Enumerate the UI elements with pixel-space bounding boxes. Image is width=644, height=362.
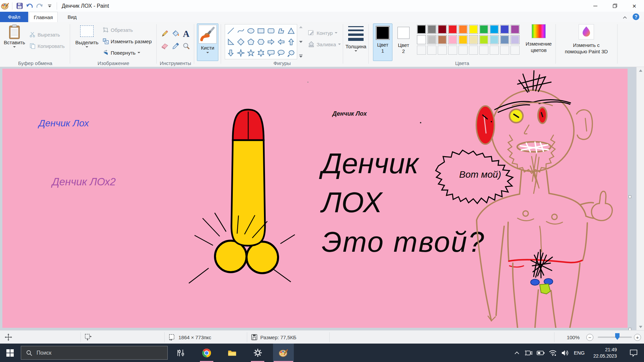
pencil-tool[interactable]	[161, 29, 169, 39]
select-dropdown-arrow[interactable]	[86, 46, 88, 48]
chrome-taskbar-button[interactable]	[197, 344, 217, 362]
zoom-out-button[interactable]: −	[586, 330, 593, 344]
magnifier-tool[interactable]	[182, 42, 190, 51]
paste-button[interactable]: Вставить	[4, 24, 25, 48]
palette-swatch-empty[interactable]	[438, 46, 447, 55]
text-tool[interactable]: А	[183, 29, 190, 39]
restore-button[interactable]	[605, 0, 625, 12]
start-button[interactable]	[0, 344, 20, 362]
eraser-tool[interactable]	[161, 42, 169, 51]
brushes-button[interactable]: Кисти	[197, 23, 218, 61]
palette-swatch-empty[interactable]	[500, 46, 509, 55]
scroll-up-arrow[interactable]	[637, 67, 644, 74]
tab-file[interactable]: Файл	[0, 12, 28, 22]
minimize-button[interactable]	[586, 0, 605, 12]
palette-swatch[interactable]	[479, 35, 488, 44]
drawing-canvas[interactable]: Денчик Лох Денчик ЛОх2 Денчик Лох Денчик…	[2, 69, 628, 328]
shape-polygon[interactable]	[276, 25, 286, 36]
shape-right-triangle[interactable]	[226, 36, 236, 47]
palette-swatch[interactable]	[417, 35, 426, 44]
language-indicator[interactable]: ENG	[572, 344, 587, 362]
palette-swatch[interactable]	[448, 25, 457, 34]
collapse-ribbon-button[interactable]	[623, 14, 627, 20]
palette-swatch-empty[interactable]	[479, 46, 488, 55]
palette-swatch[interactable]	[500, 35, 509, 44]
shape-arrow-down[interactable]	[226, 47, 236, 58]
palette-swatch[interactable]	[427, 35, 436, 44]
shape-rounded-rectangle[interactable]	[266, 25, 276, 36]
palette-swatch[interactable]	[500, 25, 509, 34]
palette-swatch-empty[interactable]	[459, 46, 468, 55]
shape-star-4[interactable]	[236, 47, 246, 58]
shape-callout-rounded[interactable]	[266, 47, 276, 58]
thickness-dropdown-arrow[interactable]	[355, 50, 357, 52]
clock[interactable]: 21:49 22.05.2023	[587, 344, 623, 362]
zoom-slider-track[interactable]	[598, 337, 632, 338]
shape-ellipse[interactable]	[246, 25, 256, 36]
shape-callout-oval[interactable]	[276, 47, 286, 58]
palette-swatch[interactable]	[417, 25, 426, 34]
palette-swatch[interactable]	[438, 35, 447, 44]
shape-line[interactable]	[226, 25, 236, 36]
palette-swatch-empty[interactable]	[448, 46, 457, 55]
palette-swatch-empty[interactable]	[417, 46, 426, 55]
edit-colors-button[interactable]: Изменение цветов	[523, 24, 554, 54]
shape-callout-cloud[interactable]	[286, 47, 296, 58]
palette-swatch[interactable]	[490, 35, 499, 44]
paste-dropdown-arrow[interactable]	[13, 46, 16, 48]
undo-button[interactable]	[24, 1, 35, 11]
scroll-down-arrow[interactable]	[637, 323, 644, 330]
tray-volume-icon[interactable]	[559, 344, 572, 362]
fill-bucket-tool[interactable]	[172, 29, 179, 39]
color1-button[interactable]: Цвет 1	[373, 23, 392, 61]
task-view-button[interactable]	[171, 344, 191, 362]
palette-swatch[interactable]	[479, 25, 488, 34]
close-button[interactable]: ×	[625, 0, 644, 12]
palette-swatch[interactable]	[511, 35, 520, 44]
shape-arrow-left[interactable]	[276, 36, 286, 47]
vertical-scrollbar[interactable]	[636, 67, 644, 330]
copy-button[interactable]: Копировать	[30, 43, 65, 49]
save-button[interactable]	[14, 1, 24, 11]
rotate-dropdown-arrow[interactable]	[138, 52, 140, 53]
palette-swatch[interactable]	[459, 35, 468, 44]
outline-dropdown-arrow[interactable]	[335, 32, 337, 34]
palette-swatch[interactable]	[469, 35, 478, 44]
qat-customize-button[interactable]	[45, 1, 55, 11]
palette-swatch[interactable]	[511, 25, 520, 34]
shape-pentagon[interactable]	[246, 36, 256, 47]
shape-triangle[interactable]	[286, 25, 296, 36]
thickness-button[interactable]: Толщина	[345, 25, 366, 52]
shapes-scroll-up-button[interactable]	[299, 24, 305, 30]
shape-arrow-up[interactable]	[286, 36, 296, 47]
file-explorer-taskbar-button[interactable]	[222, 344, 242, 362]
rotate-button[interactable]: Повернуть	[103, 50, 140, 56]
palette-swatch-empty[interactable]	[490, 46, 499, 55]
palette-swatch[interactable]	[438, 25, 447, 34]
help-button[interactable]: ?	[633, 13, 639, 20]
shape-star-5[interactable]	[246, 47, 256, 58]
palette-swatch[interactable]	[490, 25, 499, 34]
palette-swatch-empty[interactable]	[469, 46, 478, 55]
canvas-resize-handle-right[interactable]	[629, 195, 631, 198]
shape-arrow-right[interactable]	[266, 36, 276, 47]
action-center-button[interactable]	[623, 344, 644, 362]
shape-diamond[interactable]	[236, 36, 246, 47]
brushes-dropdown-arrow[interactable]	[206, 52, 209, 53]
crop-button[interactable]: Обрезать	[103, 27, 133, 33]
tray-battery-icon[interactable]	[535, 344, 547, 362]
tab-view[interactable]: Вид	[62, 12, 83, 22]
edit-with-paint3d-button[interactable]: Изменить с помощью Paint 3D	[563, 24, 610, 55]
palette-swatch-empty[interactable]	[427, 46, 436, 55]
palette-swatch[interactable]	[469, 25, 478, 34]
shape-star-6[interactable]	[256, 47, 266, 58]
tray-wifi-icon[interactable]	[547, 344, 559, 362]
palette-swatch[interactable]	[448, 35, 457, 44]
shape-rectangle[interactable]	[256, 25, 266, 36]
shape-hexagon[interactable]	[256, 36, 266, 47]
zoom-slider-thumb[interactable]	[615, 333, 620, 340]
palette-swatch[interactable]	[427, 25, 436, 34]
resize-button[interactable]: Изменить размер	[103, 38, 152, 44]
palette-swatch-empty[interactable]	[511, 46, 520, 55]
shape-fill-button[interactable]: Заливка	[308, 41, 341, 48]
